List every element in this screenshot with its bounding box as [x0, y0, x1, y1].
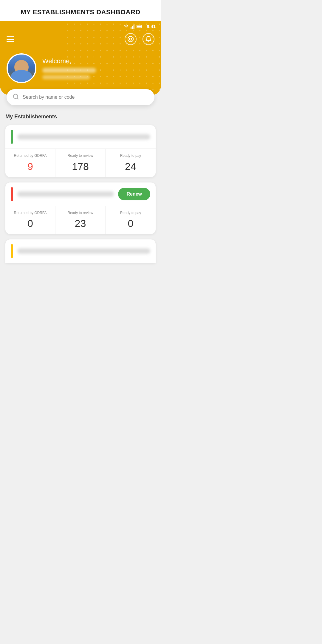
status-stripe-red: [11, 187, 13, 201]
svg-rect-5: [137, 25, 141, 27]
golden-header: 9:41: [0, 21, 161, 95]
card-2-header: Renew: [5, 182, 156, 206]
battery-icon: [137, 25, 143, 28]
svg-point-6: [128, 36, 133, 42]
welcome-greeting: Welcome,: [42, 57, 154, 65]
svg-rect-1: [132, 26, 133, 29]
card-3-name-blurred: [17, 248, 150, 254]
establishment-card-3[interactable]: [5, 239, 156, 263]
smiley-button[interactable]: [125, 33, 137, 45]
hamburger-line-3: [7, 41, 14, 42]
status-bar: 9:41: [0, 21, 161, 30]
welcome-sub-blurred: [42, 75, 90, 79]
nav-right: [125, 33, 154, 45]
search-icon-wrap: [13, 93, 19, 101]
page-title: MY ESTABLISHMENTS DASHBOARD: [6, 8, 155, 16]
avatar: [7, 53, 36, 83]
renew-button[interactable]: Renew: [118, 188, 150, 200]
stat-label-returned-2: Returned by GDRFA: [8, 211, 52, 216]
hamburger-button[interactable]: [7, 36, 14, 42]
svg-rect-2: [133, 25, 134, 29]
card-2-stats: Returned by GDRFA 0 Ready to review 23 R…: [5, 206, 156, 234]
card-1-stats: Returned by GDRFA 9 Ready to review 178 …: [5, 149, 156, 177]
section-title: My Establishements: [5, 114, 156, 120]
stat-returned-gdrfa-1: Returned by GDRFA 9: [5, 149, 55, 177]
card-1-header: [5, 125, 156, 149]
stat-value-returned-2: 0: [8, 218, 52, 229]
welcome-section: Welcome,: [0, 48, 161, 83]
stat-returned-gdrfa-2: Returned by GDRFA 0: [5, 206, 55, 234]
smiley-icon: [127, 36, 134, 42]
status-stripe-green: [11, 130, 13, 144]
bell-icon: [145, 36, 152, 42]
bell-button[interactable]: [143, 33, 154, 45]
svg-rect-0: [131, 27, 131, 29]
welcome-name-blurred: [42, 68, 96, 73]
page-title-section: MY ESTABLISHMENTS DASHBOARD: [0, 0, 161, 21]
svg-line-10: [17, 98, 18, 99]
signal-icon: [131, 24, 135, 29]
main-content: My Establishements Returned by GDRFA 9 R…: [0, 105, 161, 269]
stat-ready-review-1: Ready to review 178: [55, 149, 106, 177]
stat-label-pay-2: Ready to pay: [109, 211, 153, 216]
stat-value-pay-1: 24: [109, 161, 153, 172]
stat-label-returned-1: Returned by GDRFA: [8, 154, 52, 158]
time-display: 9:41: [147, 24, 156, 29]
status-icons: [123, 24, 143, 29]
stat-ready-review-2: Ready to review 23: [55, 206, 106, 234]
stat-value-pay-2: 0: [109, 218, 153, 229]
search-input[interactable]: [23, 95, 148, 100]
hamburger-line-1: [7, 36, 14, 37]
stat-value-review-1: 178: [58, 161, 102, 172]
stat-ready-pay-2: Ready to pay 0: [106, 206, 156, 234]
welcome-text: Welcome,: [42, 57, 154, 79]
svg-rect-3: [134, 24, 135, 29]
card-1-name-blurred: [17, 134, 150, 140]
stat-label-review-2: Ready to review: [58, 211, 102, 216]
wifi-icon: [123, 24, 129, 29]
stat-ready-pay-1: Ready to pay 24: [106, 149, 156, 177]
search-icon: [13, 93, 19, 100]
stat-value-returned-1: 9: [8, 161, 52, 172]
avatar-face: [8, 55, 35, 82]
status-stripe-yellow: [11, 244, 13, 258]
establishment-card-1[interactable]: Returned by GDRFA 9 Ready to review 178 …: [5, 125, 156, 177]
svg-point-8: [131, 38, 132, 39]
top-nav: [0, 30, 161, 48]
establishment-card-2[interactable]: Renew Returned by GDRFA 0 Ready to revie…: [5, 182, 156, 234]
stat-label-pay-1: Ready to pay: [109, 154, 153, 158]
hamburger-line-2: [7, 39, 14, 40]
card-3-header: [5, 239, 156, 263]
stat-label-review-1: Ready to review: [58, 154, 102, 158]
search-container: [0, 89, 161, 105]
stat-value-review-2: 23: [58, 218, 102, 229]
search-bar[interactable]: [7, 89, 154, 105]
svg-point-7: [129, 38, 130, 39]
card-2-name-blurred: [17, 191, 114, 197]
